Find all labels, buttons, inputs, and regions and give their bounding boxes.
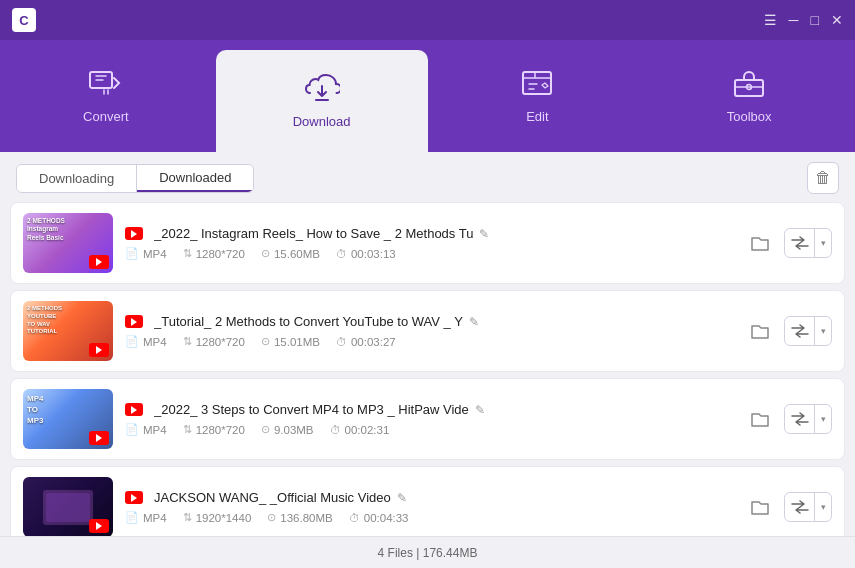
convert-action-group-4: ▾ bbox=[784, 492, 832, 522]
nav-item-download[interactable]: Download bbox=[216, 50, 428, 152]
convert-dropdown-1[interactable]: ▾ bbox=[815, 229, 831, 257]
format-3: 📄 MP4 bbox=[125, 423, 167, 436]
clock-icon-2: ⏱ bbox=[336, 336, 347, 348]
resolution-1: ⇅ 1280*720 bbox=[183, 247, 245, 260]
size-icon-4: ⊙ bbox=[267, 511, 276, 524]
file-actions-4: ▾ bbox=[744, 491, 832, 523]
thumbnail-4 bbox=[23, 477, 113, 536]
download-label: Download bbox=[293, 114, 351, 129]
edit-title-button-1[interactable]: ✎ bbox=[479, 227, 489, 241]
convert-action-group-2: ▾ bbox=[784, 316, 832, 346]
file-list: 2 METHODSInstagramReels Basic _2022_ Ins… bbox=[0, 202, 855, 536]
status-text: 4 Files | 176.44MB bbox=[378, 546, 478, 560]
table-row: 2 METHODSYOUTUBETO WAVTUTORIAL _Tutorial… bbox=[10, 290, 845, 372]
thumb-text-2: 2 METHODSYOUTUBETO WAVTUTORIAL bbox=[27, 305, 62, 336]
file-info-2: _Tutorial_ 2 Methods to Convert YouTube … bbox=[125, 314, 732, 348]
trash-icon: 🗑 bbox=[815, 169, 831, 187]
format-1: 📄 MP4 bbox=[125, 247, 167, 260]
navbar: Convert Download Edit bbox=[0, 40, 855, 152]
file-meta-1: 📄 MP4 ⇅ 1280*720 ⊙ 15.60MB ⏱ 00:03:13 bbox=[125, 247, 732, 260]
clock-icon-1: ⏱ bbox=[336, 248, 347, 260]
convert-dropdown-3[interactable]: ▾ bbox=[815, 405, 831, 433]
file-meta-4: 📄 MP4 ⇅ 1920*1440 ⊙ 136.80MB ⏱ 00:04:33 bbox=[125, 511, 732, 524]
resolution-icon-4: ⇅ bbox=[183, 511, 192, 524]
clock-icon-4: ⏱ bbox=[349, 512, 360, 524]
file-info-1: _2022_ Instagram Reels_ How to Save _ 2 … bbox=[125, 226, 732, 260]
yt-badge-1 bbox=[89, 255, 109, 269]
edit-title-button-3[interactable]: ✎ bbox=[475, 403, 485, 417]
svg-rect-2 bbox=[523, 72, 551, 94]
maximize-button[interactable]: □ bbox=[811, 13, 819, 27]
file-title-1: _2022_ Instagram Reels_ How to Save _ 2 … bbox=[154, 226, 473, 241]
close-button[interactable]: ✕ bbox=[831, 13, 843, 27]
filesize-2: ⊙ 15.01MB bbox=[261, 335, 320, 348]
filesize-3: ⊙ 9.03MB bbox=[261, 423, 314, 436]
filesize-1: ⊙ 15.60MB bbox=[261, 247, 320, 260]
table-row: 2 METHODSInstagramReels Basic _2022_ Ins… bbox=[10, 202, 845, 284]
toolbox-label: Toolbox bbox=[727, 109, 772, 124]
resolution-4: ⇅ 1920*1440 bbox=[183, 511, 252, 524]
open-folder-button-2[interactable] bbox=[744, 315, 776, 347]
size-icon-3: ⊙ bbox=[261, 423, 270, 436]
file-info-4: JACKSON WANG_ _Official Music Video ✎ 📄 … bbox=[125, 490, 732, 524]
download-icon bbox=[304, 73, 340, 108]
file-icon-4: 📄 bbox=[125, 511, 139, 524]
delete-all-button[interactable]: 🗑 bbox=[807, 162, 839, 194]
yt-source-badge-1 bbox=[125, 227, 143, 240]
thumb-text-1: 2 METHODSInstagramReels Basic bbox=[27, 217, 65, 242]
resolution-2: ⇅ 1280*720 bbox=[183, 335, 245, 348]
open-folder-button-4[interactable] bbox=[744, 491, 776, 523]
convert-action-group-1: ▾ bbox=[784, 228, 832, 258]
nav-item-toolbox[interactable]: Toolbox bbox=[643, 40, 855, 152]
open-folder-button-1[interactable] bbox=[744, 227, 776, 259]
tab-downloaded[interactable]: Downloaded bbox=[137, 165, 253, 192]
duration-1: ⏱ 00:03:13 bbox=[336, 248, 396, 260]
resolution-icon-2: ⇅ bbox=[183, 335, 192, 348]
convert-label: Convert bbox=[83, 109, 129, 124]
size-icon-2: ⊙ bbox=[261, 335, 270, 348]
main-content: Downloading Downloaded 🗑 2 METHODSInstag… bbox=[0, 152, 855, 568]
format-2: 📄 MP4 bbox=[125, 335, 167, 348]
yt-badge-3 bbox=[89, 431, 109, 445]
menu-icon[interactable]: ☰ bbox=[764, 13, 777, 27]
tab-downloading[interactable]: Downloading bbox=[17, 165, 137, 192]
convert-dropdown-2[interactable]: ▾ bbox=[815, 317, 831, 345]
convert-icon bbox=[88, 68, 124, 103]
open-folder-button-3[interactable] bbox=[744, 403, 776, 435]
file-title-row-3: _2022_ 3 Steps to Convert MP4 to MP3 _ H… bbox=[125, 402, 732, 417]
resolution-icon-1: ⇅ bbox=[183, 247, 192, 260]
yt-badge-4 bbox=[89, 519, 109, 533]
edit-title-button-2[interactable]: ✎ bbox=[469, 315, 479, 329]
convert-button-2[interactable] bbox=[785, 317, 815, 345]
convert-action-group-3: ▾ bbox=[784, 404, 832, 434]
file-actions-3: ▾ bbox=[744, 403, 832, 435]
duration-3: ⏱ 00:02:31 bbox=[330, 424, 390, 436]
file-meta-3: 📄 MP4 ⇅ 1280*720 ⊙ 9.03MB ⏱ 00:02:31 bbox=[125, 423, 732, 436]
file-info-3: _2022_ 3 Steps to Convert MP4 to MP3 _ H… bbox=[125, 402, 732, 436]
nav-item-edit[interactable]: Edit bbox=[432, 40, 644, 152]
duration-2: ⏱ 00:03:27 bbox=[336, 336, 396, 348]
svg-rect-5 bbox=[735, 80, 763, 96]
file-icon-1: 📄 bbox=[125, 247, 139, 260]
file-title-row-2: _Tutorial_ 2 Methods to Convert YouTube … bbox=[125, 314, 732, 329]
convert-button-4[interactable] bbox=[785, 493, 815, 521]
file-actions-2: ▾ bbox=[744, 315, 832, 347]
minimize-button[interactable]: ─ bbox=[789, 13, 799, 27]
file-title-row-1: _2022_ Instagram Reels_ How to Save _ 2 … bbox=[125, 226, 732, 241]
subtabs-bar: Downloading Downloaded 🗑 bbox=[0, 152, 855, 202]
nav-item-convert[interactable]: Convert bbox=[0, 40, 212, 152]
size-icon-1: ⊙ bbox=[261, 247, 270, 260]
edit-icon bbox=[519, 68, 555, 103]
convert-button-1[interactable] bbox=[785, 229, 815, 257]
yt-source-badge-3 bbox=[125, 403, 143, 416]
convert-button-3[interactable] bbox=[785, 405, 815, 433]
edit-title-button-4[interactable]: ✎ bbox=[397, 491, 407, 505]
format-4: 📄 MP4 bbox=[125, 511, 167, 524]
duration-4: ⏱ 00:04:33 bbox=[349, 512, 409, 524]
filesize-4: ⊙ 136.80MB bbox=[267, 511, 332, 524]
file-icon-2: 📄 bbox=[125, 335, 139, 348]
file-icon-3: 📄 bbox=[125, 423, 139, 436]
app-logo: C bbox=[12, 8, 36, 32]
window-controls: ☰ ─ □ ✕ bbox=[764, 13, 843, 27]
convert-dropdown-4[interactable]: ▾ bbox=[815, 493, 831, 521]
